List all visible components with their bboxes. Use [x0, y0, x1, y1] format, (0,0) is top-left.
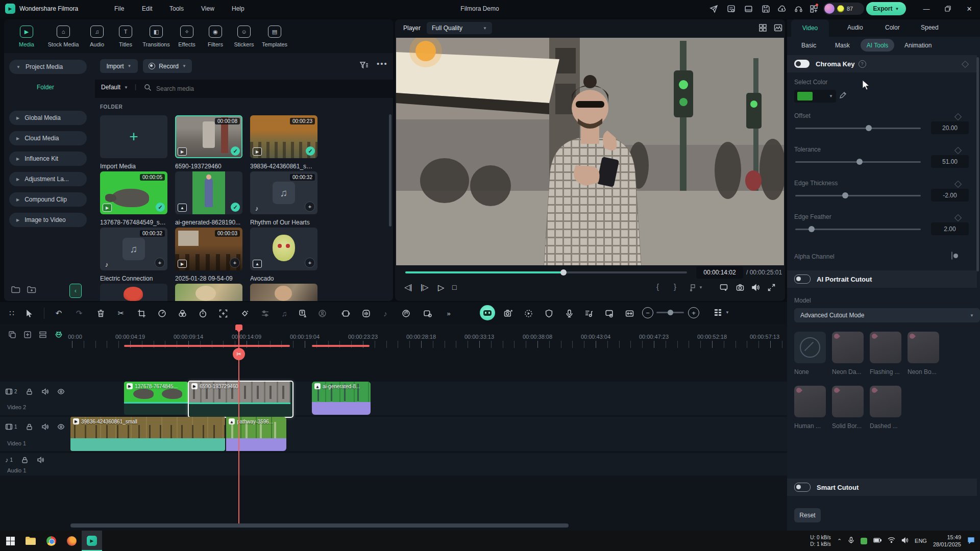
tray-app-icon[interactable] — [861, 538, 867, 544]
track-layers-icon[interactable] — [39, 331, 47, 340]
track-video-2[interactable]: 2 Video 2 — [0, 382, 787, 415]
model-dropdown[interactable]: Advanced Cutout Mode ▼ — [794, 308, 980, 322]
offset-value[interactable]: 20.00 — [931, 121, 969, 134]
chroma-key-toggle[interactable] — [794, 60, 810, 68]
preset-dashed-border[interactable]: Dashed ... — [870, 386, 901, 430]
sidebar-project-media[interactable]: ▼Project Media — [9, 60, 87, 74]
record-voiceover-play-icon[interactable] — [524, 309, 533, 318]
magnetic-timeline-icon[interactable] — [54, 330, 63, 340]
plugin-icon[interactable] — [423, 309, 432, 318]
copy-track-icon[interactable] — [8, 331, 16, 340]
subtab-ai-tools[interactable]: AI Tools — [861, 39, 894, 52]
delete-icon[interactable] — [96, 309, 105, 318]
speed-icon[interactable] — [157, 309, 166, 318]
previous-frame-button[interactable]: ◁| — [404, 283, 412, 292]
playhead-cut-button[interactable]: ✂ — [233, 348, 245, 360]
slider-thumb[interactable] — [856, 159, 863, 165]
media-item[interactable]: ♫ 00:00:32 ♪ + Electric Connection — [100, 228, 167, 282]
new-folder-icon[interactable] — [27, 286, 36, 295]
mute-icon[interactable] — [41, 388, 49, 395]
preset-solid-border[interactable]: Solid Bor... — [832, 386, 864, 430]
hide-track-icon[interactable] — [57, 388, 65, 395]
clip-pathway[interactable]: ▲pathway-3596... — [226, 417, 286, 451]
stabilize-icon[interactable] — [341, 309, 350, 318]
alpha-channel-toggle[interactable] — [951, 252, 952, 260]
account-pill[interactable]: 87 — [823, 3, 864, 15]
media-item-import[interactable]: + Import Media — [100, 115, 167, 170]
fit-timeline-icon[interactable] — [625, 309, 634, 318]
tab-stickers[interactable]: ☺Stickers — [228, 26, 260, 47]
media-item[interactable]: 00:00:03 ▶ + 2025-01-28 09-54-09 — [175, 228, 242, 282]
add-icon[interactable]: + — [155, 258, 165, 268]
menu-edit[interactable]: Edit — [138, 5, 157, 12]
mute-icon[interactable] — [41, 423, 49, 431]
lock-icon[interactable] — [21, 456, 29, 464]
media-scrollbar[interactable] — [389, 114, 391, 227]
edge-thickness-slider[interactable] — [795, 195, 921, 196]
export-button[interactable]: Export ▼ — [866, 2, 906, 15]
tab-effects[interactable]: ✧Effects — [170, 26, 203, 47]
keyframe-diamond-icon[interactable] — [954, 147, 962, 154]
subtab-animation[interactable]: Animation — [904, 42, 932, 49]
color-swatch-dropdown[interactable]: ▼ — [794, 90, 836, 103]
tab-audio[interactable]: Audio — [847, 24, 863, 31]
tray-battery-icon[interactable] — [873, 537, 881, 544]
mute-icon[interactable] — [37, 456, 44, 464]
sidebar-compound-clip[interactable]: ▶Compound Clip — [9, 192, 87, 207]
split-scissors-icon[interactable]: ✂ — [116, 309, 126, 318]
tab-transitions[interactable]: ◧Transitions — [140, 26, 173, 47]
share-icon[interactable] — [709, 5, 718, 15]
lock-icon[interactable] — [26, 423, 33, 431]
tab-audio[interactable]: ♫Audio — [81, 26, 113, 47]
marker-button[interactable]: ▼ — [689, 284, 703, 291]
clip-6590-selected[interactable]: ▶6590-193729460 — [188, 381, 293, 418]
microphone-icon[interactable] — [565, 309, 574, 318]
clip-ai-generated[interactable]: ▲ai-generated-8... — [312, 382, 371, 415]
text-tool-icon[interactable] — [298, 309, 307, 318]
timer-icon[interactable] — [198, 309, 207, 318]
edge-thickness-value[interactable]: -2.00 — [931, 189, 969, 202]
media-item[interactable]: 00:00:05 ▶ ✓ 137678-767484549_small — [100, 171, 167, 226]
smart-cutout-toggle[interactable] — [794, 483, 811, 492]
eyedropper-icon[interactable] — [839, 91, 847, 101]
tab-media[interactable]: ▶Media — [10, 26, 43, 47]
mask-tool-icon[interactable] — [317, 309, 327, 318]
preset-flashing[interactable]: Flashing ... — [870, 332, 901, 375]
track-audio-1[interactable]: ♪1 Audio 1 — [0, 453, 787, 475]
media-item[interactable] — [175, 284, 242, 301]
preset-human[interactable]: Human ... — [794, 386, 826, 430]
tolerance-slider[interactable] — [795, 161, 921, 163]
tolerance-value[interactable]: 51.00 — [931, 155, 969, 168]
edge-feather-slider[interactable] — [795, 229, 921, 230]
close-button[interactable]: ✕ — [962, 1, 977, 16]
ai-audio-icon[interactable] — [401, 309, 410, 318]
zoom-in-icon[interactable]: + — [688, 307, 699, 318]
media-item[interactable]: ▲ ✓ ai-generated-8628190... — [175, 171, 242, 226]
select-tool-icon[interactable] — [24, 309, 34, 318]
sidebar-influence-kit[interactable]: ▶Influence Kit — [9, 152, 87, 166]
zoom-out-icon[interactable]: − — [642, 307, 653, 318]
tab-stock-media[interactable]: ⌂Stock Media — [47, 26, 80, 47]
add-icon[interactable]: + — [230, 258, 240, 268]
apps-grid-icon[interactable] — [810, 5, 818, 15]
sidebar-global-media[interactable]: ▶Global Media — [9, 111, 87, 125]
tab-titles[interactable]: TTitles — [109, 26, 142, 47]
add-icon[interactable]: + — [305, 258, 315, 268]
menu-view[interactable]: View — [197, 5, 218, 12]
redo-icon[interactable]: ↷ — [75, 309, 84, 318]
start-button[interactable] — [0, 531, 20, 551]
zoom-slider-thumb[interactable] — [668, 310, 673, 315]
clip-39836[interactable]: ▶39836-424360861_small — [70, 417, 225, 451]
firefox-icon[interactable] — [61, 531, 82, 551]
play-button[interactable]: ▷ — [438, 283, 444, 292]
snapshot-camera-button[interactable] — [736, 284, 744, 293]
timeline-zoom-slider[interactable] — [656, 312, 684, 313]
menu-help[interactable]: Help — [228, 5, 249, 12]
keyframe-diamond-icon[interactable] — [954, 181, 962, 188]
tab-templates[interactable]: ▤Templates — [258, 26, 291, 47]
maximize-button[interactable] — [940, 1, 955, 16]
color-icon[interactable] — [178, 309, 187, 318]
tray-expand-icon[interactable]: ⌃ — [837, 538, 842, 544]
offset-slider[interactable] — [795, 128, 921, 129]
media-item[interactable] — [250, 284, 317, 301]
